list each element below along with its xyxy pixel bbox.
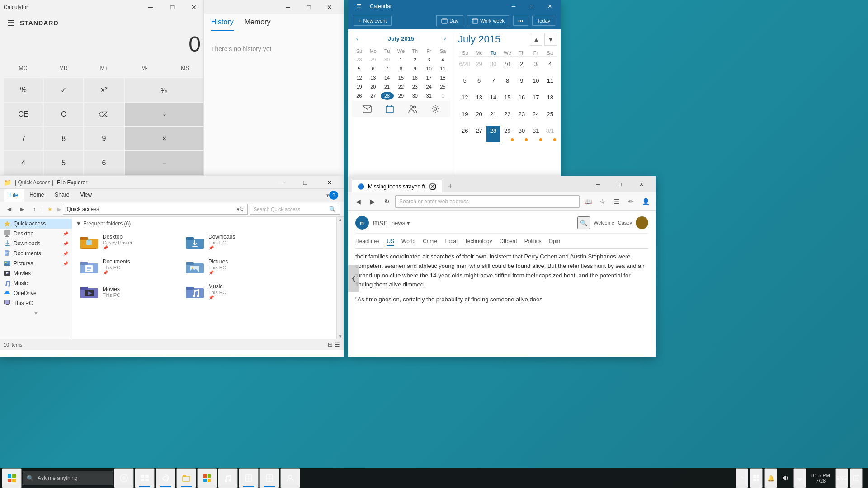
mini-day-8[interactable]: 8: [395, 65, 408, 73]
mini-day-13[interactable]: 13: [367, 74, 380, 82]
calendar-minimize-button[interactable]: ─: [506, 0, 521, 13]
news-tab-world[interactable]: World: [401, 237, 415, 246]
sidebar-item-pictures[interactable]: Pictures 📌: [0, 258, 72, 268]
pin-button[interactable]: ★: [45, 204, 56, 215]
mini-day-4[interactable]: 4: [436, 56, 449, 64]
mini-day-21[interactable]: 21: [381, 83, 394, 91]
scroll-down-button[interactable]: ▼: [338, 334, 343, 339]
sidebar-item-quickaccess[interactable]: Quick access: [0, 219, 72, 229]
calendar-close-button[interactable]: ✕: [542, 0, 557, 13]
tab-memory[interactable]: Memory: [245, 18, 271, 31]
tray-notifications-button[interactable]: 🔔: [764, 468, 777, 488]
settings-footer-button[interactable]: [429, 103, 441, 115]
cal-day-720[interactable]: 20: [472, 109, 486, 125]
tray-lang-button[interactable]: ENG: [835, 468, 848, 488]
mini-day-6[interactable]: 6: [367, 65, 380, 73]
sidebar-item-music[interactable]: Music: [0, 278, 72, 288]
scroll-up-button[interactable]: ▲: [338, 217, 343, 222]
nine-button[interactable]: 9: [84, 127, 123, 150]
news-tab-crime[interactable]: Crime: [423, 237, 437, 246]
reciprocal-button[interactable]: ¹∕ₓ: [125, 78, 204, 102]
browser-tab-close-button[interactable]: ✕: [429, 183, 436, 190]
sidebar-item-movies[interactable]: Movies: [0, 268, 72, 278]
mini-day-20[interactable]: 20: [367, 83, 380, 91]
news-tab-headlines[interactable]: Headlines: [355, 237, 379, 246]
cal-day-722[interactable]: 22: [500, 109, 514, 125]
mini-day-2[interactable]: 2: [408, 56, 421, 64]
mini-day-12[interactable]: 12: [353, 74, 366, 82]
system-clock[interactable]: 8:15 PM 7/28: [808, 468, 834, 488]
cal-day-629[interactable]: 29: [472, 59, 486, 75]
cal-day-710[interactable]: 10: [529, 75, 542, 92]
cal-day-713[interactable]: 13: [472, 92, 486, 108]
mminus-button[interactable]: M-: [125, 60, 164, 76]
cal-day-81[interactable]: 8/1: [543, 126, 557, 142]
history-minimize-button[interactable]: ─: [278, 0, 298, 14]
cal-day-725[interactable]: 25: [543, 109, 557, 125]
browser-forward-button[interactable]: ▶: [366, 195, 379, 208]
news-tab-local[interactable]: Local: [444, 237, 458, 246]
mini-day-5[interactable]: 5: [353, 65, 366, 73]
news-tab-politics[interactable]: Politics: [524, 237, 542, 246]
divide-button[interactable]: ÷: [125, 103, 204, 126]
mplus-button[interactable]: M+: [85, 60, 123, 76]
explorer-close[interactable]: ✕: [319, 175, 340, 190]
five-button[interactable]: 5: [44, 151, 83, 175]
browser-minimize-button[interactable]: ─: [588, 178, 609, 191]
cal-day-728-today[interactable]: 28: [486, 126, 500, 142]
mini-day-1-next[interactable]: 1: [436, 92, 449, 100]
cal-day-723[interactable]: 23: [515, 109, 528, 125]
minimize-button[interactable]: ─: [140, 0, 161, 14]
browser-close-button[interactable]: ✕: [631, 178, 652, 191]
scrollbar[interactable]: ▲ ▼: [336, 217, 344, 339]
favorites-button[interactable]: ☆: [596, 195, 609, 208]
scroll-left-arrow[interactable]: ❮: [348, 265, 359, 292]
mc-button[interactable]: MC: [4, 60, 42, 76]
view-workweek-button[interactable]: Work week: [467, 15, 509, 26]
mini-day-23[interactable]: 23: [408, 83, 421, 91]
folder-item-desktop[interactable]: Desktop Casey Poster 📌: [76, 230, 180, 253]
cal-day-716[interactable]: 16: [515, 92, 528, 108]
search-bar[interactable]: Search Quick access 🔍: [250, 204, 340, 215]
taskbar-task-view-button[interactable]: [135, 468, 155, 488]
taskbar-music-button[interactable]: [218, 468, 238, 488]
folder-item-downloads[interactable]: Downloads This PC 📌: [182, 230, 286, 253]
sidebar-item-thispc[interactable]: This PC: [0, 298, 72, 308]
folder-item-pictures[interactable]: Pictures This PC 📌: [182, 255, 286, 278]
news-tab-opinion[interactable]: Opin: [549, 237, 560, 246]
ms-button[interactable]: MS: [165, 60, 204, 76]
cal-day-630[interactable]: 30: [486, 59, 500, 75]
up-button[interactable]: ↑: [29, 204, 40, 215]
taskbar-explorer-button[interactable]: [176, 468, 196, 488]
browser-back-button[interactable]: ◀: [352, 195, 364, 208]
percent-button[interactable]: %: [4, 78, 43, 102]
cal-day-731[interactable]: 31: [529, 126, 542, 142]
taskbar-store-button[interactable]: [197, 468, 217, 488]
tray-windows-button[interactable]: [750, 468, 763, 488]
mini-day-30[interactable]: 30: [408, 92, 421, 100]
big-prev-button[interactable]: ▲: [530, 33, 542, 46]
cal-day-726[interactable]: 26: [458, 126, 472, 142]
address-bar[interactable]: Quick access ▾ ↻: [63, 204, 248, 215]
cal-day-711[interactable]: 11: [543, 75, 557, 92]
taskbar-cortana-button[interactable]: [114, 468, 134, 488]
mr-button[interactable]: MR: [44, 60, 83, 76]
sidebar-scroll-down[interactable]: ▼: [33, 310, 39, 316]
folder-item-documents[interactable]: Documents This PC 📌: [76, 255, 180, 278]
mini-day-28-today[interactable]: 28: [381, 92, 394, 100]
mini-day-9[interactable]: 9: [408, 65, 421, 73]
four-button[interactable]: 4: [4, 151, 43, 175]
mini-day-24[interactable]: 24: [422, 83, 435, 91]
mini-day-11[interactable]: 11: [436, 65, 449, 73]
history-close-button[interactable]: ✕: [319, 0, 340, 14]
browser-refresh-button[interactable]: ↻: [381, 195, 393, 208]
explorer-maximize[interactable]: □: [295, 175, 316, 190]
reading-view-button[interactable]: 📖: [581, 195, 594, 208]
taskbar-search-box[interactable]: 🔍 Ask me anything: [23, 471, 113, 485]
view-details-button[interactable]: ⊞: [328, 341, 333, 348]
big-next-button[interactable]: ▼: [544, 33, 557, 46]
close-button[interactable]: ✕: [184, 0, 204, 14]
check-button[interactable]: ✓: [44, 78, 83, 102]
mini-day-31[interactable]: 31: [422, 92, 435, 100]
multiply-button[interactable]: ×: [125, 127, 204, 150]
